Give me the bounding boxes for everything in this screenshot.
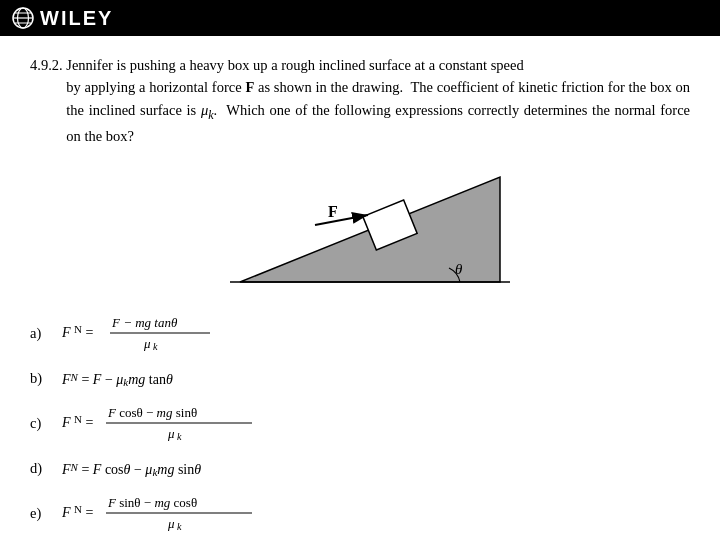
svg-text:μ: μ — [143, 336, 151, 351]
diagram-container: F θ — [30, 157, 690, 297]
svg-text:μ: μ — [167, 426, 175, 441]
svg-text:F
          N
           =: F N = — [62, 411, 94, 430]
answer-a: a) F N = F − mg tanθ μ k — [30, 309, 690, 357]
answer-e-label: e) — [30, 505, 52, 522]
svg-text:k: k — [153, 341, 158, 352]
svg-text:k: k — [177, 431, 182, 442]
main-content: 4.9.2. Jennifer is pushing a heavy box u… — [0, 36, 720, 540]
svg-text:F
          N
           =: F N = — [62, 501, 94, 520]
svg-text:F: F — [328, 203, 338, 220]
header-bar: WILEY — [0, 0, 720, 36]
formula-b: FN = F − μkmg tanθ — [62, 364, 282, 392]
formula-c: F N = F cosθ − mg sinθ μ k — [62, 399, 272, 447]
question-text: 4.9.2. Jennifer is pushing a heavy box u… — [30, 54, 690, 147]
svg-line-8 — [315, 215, 368, 225]
answer-c-label: c) — [30, 415, 52, 432]
formula-a: F N = F − mg tanθ μ k — [62, 309, 222, 357]
svg-text:F − mg tanθ: F − mg tanθ — [111, 315, 178, 330]
wiley-text: WILEY — [40, 7, 113, 30]
answer-a-label: a) — [30, 325, 52, 342]
svg-text:F cosθ − mg sinθ: F cosθ − mg sinθ — [107, 405, 197, 420]
globe-icon — [12, 7, 34, 29]
answer-b-label: b) — [30, 370, 52, 387]
question-line2: by applying a horizontal force F as show… — [30, 76, 690, 147]
svg-text:μ: μ — [167, 516, 175, 531]
svg-text:F sinθ − mg cosθ: F sinθ − mg cosθ — [107, 495, 197, 510]
svg-text:FN = F cosθ − μkmg sinθ: FN = F cosθ − μkmg sinθ — [62, 461, 201, 478]
svg-text:θ: θ — [455, 261, 463, 277]
answer-b: b) FN = F − μkmg tanθ — [30, 359, 690, 397]
answer-d: d) FN = F cosθ − μkmg sinθ — [30, 449, 690, 487]
wiley-logo: WILEY — [12, 7, 113, 30]
svg-text:FN = F − μkmg tanθ: FN = F − μkmg tanθ — [62, 371, 173, 388]
answer-c: c) F N = F cosθ − mg sinθ μ k — [30, 399, 690, 447]
answers-list: a) F N = F − mg tanθ μ k b) — [30, 309, 690, 537]
answer-d-label: d) — [30, 460, 52, 477]
incline-diagram: F θ — [200, 157, 520, 297]
formula-e: F N = F sinθ − mg cosθ μ k — [62, 489, 272, 537]
question-line1: 4.9.2. Jennifer is pushing a heavy box u… — [30, 57, 524, 73]
answer-e: e) F N = F sinθ − mg cosθ μ k — [30, 489, 690, 537]
svg-text:k: k — [177, 521, 182, 532]
formula-d: FN = F cosθ − μkmg sinθ — [62, 454, 322, 482]
svg-text:F
          N
           =: F N = — [62, 321, 94, 340]
